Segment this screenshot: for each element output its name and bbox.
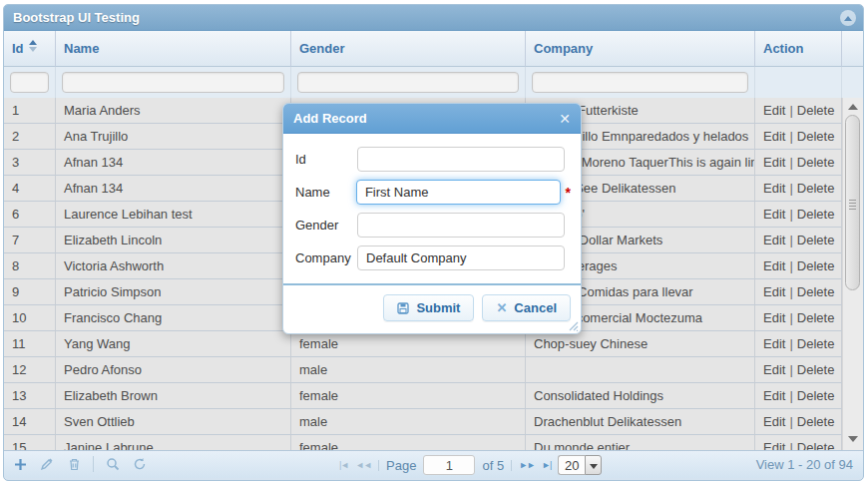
close-icon[interactable]: ✕ — [559, 104, 571, 134]
cell-id: 1 — [4, 98, 56, 124]
scrollbar-down-button[interactable] — [843, 432, 863, 446]
cell-action: Edit|Delete — [755, 357, 842, 383]
name-field[interactable] — [356, 180, 561, 205]
cell-name: Ana Trujillo — [56, 124, 291, 150]
submit-button[interactable]: Submit — [383, 294, 474, 321]
chevron-up-icon — [844, 16, 852, 21]
cell-name: Elizabeth Lincoln — [56, 228, 291, 253]
delete-link[interactable]: Delete — [797, 414, 835, 429]
pager-divider — [511, 460, 512, 471]
reload-button[interactable] — [132, 456, 148, 472]
edit-link[interactable]: Edit — [763, 336, 785, 351]
collapse-button[interactable] — [840, 10, 856, 26]
cell-id: 8 — [4, 253, 56, 279]
cell-id: 11 — [4, 331, 56, 357]
column-header-action[interactable]: Action — [755, 31, 842, 67]
edit-link[interactable]: Edit — [763, 310, 785, 325]
table-row[interactable]: 13Elizabeth BrownfemaleConsolidated Hold… — [4, 383, 842, 409]
last-page-button[interactable]: ►| — [542, 460, 551, 470]
edit-link[interactable]: Edit — [763, 155, 785, 170]
filter-input-name[interactable] — [62, 72, 284, 93]
first-page-button[interactable]: |◄ — [339, 460, 348, 470]
cancel-label: Cancel — [514, 300, 557, 315]
action-separator: | — [789, 258, 792, 273]
field-label: Name — [295, 185, 356, 200]
page-size-select[interactable]: 20 — [558, 455, 602, 475]
delete-link[interactable]: Delete — [797, 284, 835, 299]
delete-link[interactable]: Delete — [797, 103, 835, 118]
resize-grip-icon[interactable] — [566, 318, 579, 331]
company-field[interactable] — [357, 245, 565, 270]
vertical-scrollbar[interactable] — [842, 98, 863, 450]
cell-gender: female — [291, 383, 526, 409]
edit-link[interactable]: Edit — [763, 103, 785, 118]
delete-link[interactable]: Delete — [797, 310, 835, 325]
cell-id: 14 — [4, 409, 56, 435]
scrollbar-up-button[interactable] — [843, 100, 863, 114]
refresh-icon — [133, 457, 147, 471]
column-header-label: Name — [64, 41, 99, 56]
delete-link[interactable]: Delete — [797, 155, 835, 170]
search-button[interactable] — [105, 456, 121, 472]
dropdown-button[interactable] — [585, 455, 602, 475]
id-field[interactable] — [357, 147, 565, 172]
table-row[interactable]: 11Yang WangfemaleChop-suey ChineseEdit|D… — [4, 331, 842, 357]
edit-link[interactable]: Edit — [763, 129, 785, 144]
edit-link[interactable]: Edit — [763, 207, 785, 222]
action-separator: | — [789, 414, 792, 429]
cancel-button[interactable]: ✕ Cancel — [482, 294, 571, 321]
filter-cell-action — [755, 67, 842, 98]
dialog-title: Add Record — [293, 111, 367, 126]
delete-link[interactable]: Delete — [797, 181, 835, 196]
filter-input-id[interactable] — [10, 72, 49, 93]
column-header-gender[interactable]: Gender — [291, 31, 526, 67]
delete-link[interactable]: Delete — [797, 233, 835, 247]
delete-link[interactable]: Delete — [797, 388, 835, 403]
delete-link[interactable]: Delete — [797, 362, 835, 377]
delete-link[interactable]: Delete — [797, 258, 835, 273]
cell-id: 4 — [4, 176, 56, 202]
cell-id: 3 — [4, 150, 56, 176]
table-row[interactable]: 14Sven OttliebmaleDrachenblut Delikatess… — [4, 409, 842, 435]
delete-record-button[interactable] — [66, 456, 82, 472]
delete-link[interactable]: Delete — [797, 207, 835, 222]
column-header-name[interactable]: Name — [56, 31, 291, 67]
cell-name: Janine Labrune — [56, 435, 291, 450]
edit-link[interactable]: Edit — [763, 362, 785, 377]
pager-divider — [378, 460, 379, 471]
table-row[interactable]: 15Janine LabrunefemaleDu monde entierEdi… — [4, 435, 842, 450]
field-row-gender: Gender — [295, 213, 571, 238]
cell-name: Afnan 134 — [56, 176, 291, 202]
delete-link[interactable]: Delete — [797, 129, 835, 144]
column-header-company[interactable]: Company — [526, 31, 755, 67]
edit-link[interactable]: Edit — [763, 440, 785, 450]
dialog-titlebar[interactable]: Add Record ✕ — [283, 104, 581, 134]
edit-record-button[interactable] — [39, 456, 55, 472]
page-label: Page — [386, 458, 416, 473]
filter-input-gender[interactable] — [297, 72, 519, 93]
edit-link[interactable]: Edit — [763, 233, 785, 247]
edit-link[interactable]: Edit — [763, 181, 785, 196]
edit-link[interactable]: Edit — [763, 414, 785, 429]
prev-page-button[interactable]: ◄◄ — [355, 460, 371, 470]
filter-cell — [4, 67, 56, 98]
delete-link[interactable]: Delete — [797, 336, 835, 351]
page-number-input[interactable] — [423, 455, 475, 475]
filter-input-company[interactable] — [532, 72, 748, 93]
triangle-up-icon — [848, 104, 858, 110]
edit-link[interactable]: Edit — [763, 284, 785, 299]
edit-link[interactable]: Edit — [763, 388, 785, 403]
cell-action: Edit|Delete — [755, 305, 842, 331]
delete-link[interactable]: Delete — [797, 440, 835, 450]
cell-action: Edit|Delete — [755, 409, 842, 435]
cell-company: Du monde entier — [526, 435, 755, 450]
scrollbar-thumb[interactable] — [845, 115, 860, 290]
add-record-button[interactable] — [12, 456, 28, 472]
column-header-id[interactable]: Id — [4, 31, 56, 67]
cell-name: Laurence Lebihan test — [56, 202, 291, 228]
window-titlebar: Bootstrap UI Testing — [4, 5, 863, 31]
table-row[interactable]: 12Pedro AfonsomaleEdit|Delete — [4, 357, 842, 383]
edit-link[interactable]: Edit — [763, 258, 785, 273]
gender-field[interactable] — [357, 213, 565, 238]
next-page-button[interactable]: ►► — [519, 460, 535, 470]
